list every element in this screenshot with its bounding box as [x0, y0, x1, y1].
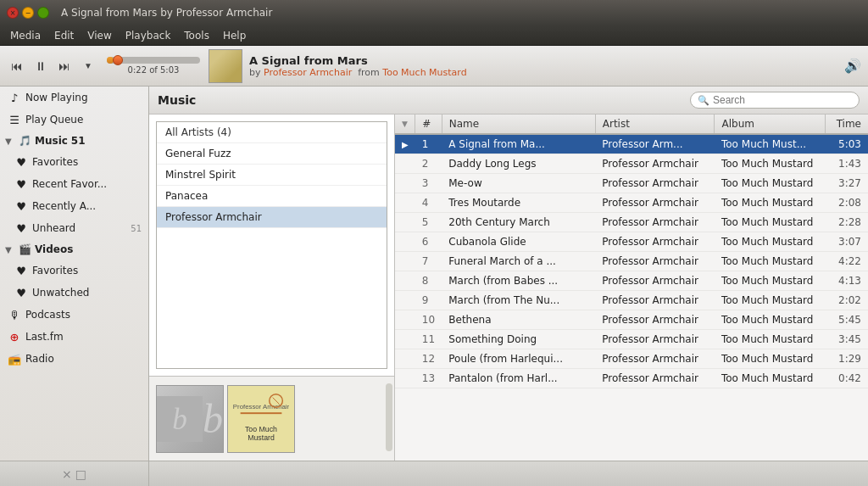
track-name: 20th Century March [442, 213, 595, 232]
svg-text:Mustard: Mustard [248, 433, 275, 442]
track-artist: Professor Armchair [595, 213, 715, 232]
svg-text:b: b [172, 403, 187, 436]
table-row[interactable]: 5 20th Century March Professor Armchair … [395, 213, 868, 232]
search-input[interactable] [713, 94, 852, 106]
table-row[interactable]: ▶ 1 A Signal from Ma... Professor Arm...… [395, 134, 868, 154]
window-title: A Signal from Mars by Professor Armchair [61, 7, 272, 19]
radio-label: Radio [25, 353, 142, 365]
track-time: 3:27 [826, 174, 868, 193]
sidebar-item-unwatched[interactable]: ♥ Unwatched [7, 282, 148, 304]
album-scrollbar[interactable] [386, 383, 392, 451]
skip-forward-button[interactable]: ⏭ [54, 56, 75, 76]
col-header-album[interactable]: Album [715, 115, 826, 134]
minimize-button[interactable]: − [22, 7, 34, 19]
track-name: March (from The Nu... [442, 291, 595, 310]
track-number: 1 [415, 134, 442, 154]
sidebar-item-play-queue[interactable]: ☰ Play Queue [0, 109, 148, 131]
now-playing-icon: ♪ [7, 90, 22, 105]
col-header-name[interactable]: Name [442, 115, 595, 134]
sidebar-item-radio[interactable]: 📻 Radio [0, 348, 148, 370]
track-artist: Professor Armchair [595, 232, 715, 252]
volume-icon[interactable]: 🔊 [844, 58, 861, 74]
artist-list: All Artists (4) General Fuzz Minstrel Sp… [156, 121, 387, 369]
table-row[interactable]: 10 Bethena Professor Armchair Too Much M… [395, 310, 868, 330]
lastfm-label: Last.fm [25, 331, 142, 343]
progress-bar[interactable] [107, 57, 200, 64]
menu-media[interactable]: Media [3, 28, 47, 43]
recent-favorites-icon: ♥ [14, 176, 29, 192]
sidebar-item-recently-added[interactable]: ♥ Recently A... [7, 195, 148, 217]
close-bottom-icon[interactable]: × [62, 467, 72, 481]
table-row[interactable]: 13 Pantalon (from Harl... Professor Armc… [395, 369, 868, 388]
sidebar-item-lastfm[interactable]: ⊕ Last.fm [0, 326, 148, 348]
table-row[interactable]: 8 March (from Babes ... Professor Armcha… [395, 271, 868, 291]
track-time: 1:29 [826, 349, 868, 369]
sidebar-item-recent-favorites[interactable]: ♥ Recent Favor... [7, 173, 148, 195]
table-row[interactable]: 12 Poule (from Harlequi... Professor Arm… [395, 349, 868, 369]
svg-point-2 [220, 57, 230, 66]
dropdown-button[interactable]: ▼ [78, 56, 98, 76]
track-name: Something Doing [442, 330, 595, 349]
menu-playback[interactable]: Playback [119, 28, 178, 43]
svg-rect-1 [209, 50, 242, 82]
artist-panacea[interactable]: Panacea [157, 186, 387, 207]
sidebar-item-favorites[interactable]: ♥ Favorites [7, 151, 148, 173]
table-row[interactable]: 7 Funeral March of a ... Professor Armch… [395, 252, 868, 271]
skip-back-button[interactable]: ⏮ [7, 56, 27, 76]
sidebar-item-video-favorites[interactable]: ♥ Favorites [7, 260, 148, 282]
track-number: 4 [415, 193, 442, 213]
videos-label: Videos [35, 243, 73, 255]
album-thumb-1[interactable]: b [156, 385, 224, 453]
right-pane: ▼ # Name Artist Album Time [395, 115, 868, 461]
menu-help[interactable]: Help [216, 28, 253, 43]
maximize-button[interactable] [37, 7, 49, 19]
table-row[interactable]: 11 Something Doing Professor Armchair To… [395, 330, 868, 349]
pause-button[interactable]: ⏸ [31, 56, 51, 76]
podcasts-label: Podcasts [25, 309, 142, 321]
table-row[interactable]: 9 March (from The Nu... Professor Armcha… [395, 291, 868, 310]
favorites-label: Favorites [32, 156, 142, 168]
track-details: A Signal from Mars by Professor Armchair… [249, 54, 467, 78]
track-album: Too Much Mustard [715, 252, 826, 271]
col-header-time[interactable]: Time [826, 115, 868, 134]
sidebar-item-podcasts[interactable]: 🎙 Podcasts [0, 304, 148, 326]
track-album: Too Much Must... [715, 134, 826, 154]
sidebar-item-unheard[interactable]: ♥ Unheard 51 [7, 217, 148, 239]
track-sub: by Professor Armchair from Too Much Must… [249, 67, 467, 78]
sort-indicator[interactable]: ▼ [402, 120, 408, 128]
track-artist: Professor Armchair [595, 330, 715, 349]
album-thumb-2[interactable]: Professor Armchair Too Much Mustard [227, 385, 295, 453]
artist-minstrel-spirit[interactable]: Minstrel Spirit [157, 165, 387, 186]
search-box[interactable]: 🔍 [690, 92, 860, 109]
track-time: 0:42 [826, 369, 868, 388]
play-indicator [395, 271, 415, 291]
track-name: Me-ow [442, 174, 595, 193]
table-row[interactable]: 4 Tres Moutarde Professor Armchair Too M… [395, 193, 868, 213]
artist-professor-armchair[interactable]: Professor Armchair [157, 207, 387, 228]
progress-handle[interactable] [113, 55, 123, 65]
resize-bottom-icon[interactable]: □ [75, 467, 86, 481]
track-album: Too Much Mustard [715, 310, 826, 330]
menu-view[interactable]: View [81, 28, 118, 43]
content-area: Music 🔍 All Artists (4) General Fuzz Min… [149, 87, 868, 461]
sidebar-item-now-playing[interactable]: ♪ Now Playing [0, 87, 148, 109]
videos-section-header[interactable]: ▼ 🎬 Videos [0, 239, 148, 260]
col-header-num[interactable]: # [415, 115, 442, 134]
sort-arrow-icon: ▼ [402, 120, 408, 128]
play-indicator [395, 349, 415, 369]
track-number: 9 [415, 291, 442, 310]
artist-all[interactable]: All Artists (4) [157, 122, 387, 143]
content-title: Music [158, 93, 690, 107]
menu-edit[interactable]: Edit [47, 28, 81, 43]
artist-general-fuzz[interactable]: General Fuzz [157, 143, 387, 165]
table-row[interactable]: 3 Me-ow Professor Armchair Too Much Must… [395, 174, 868, 193]
left-pane: All Artists (4) General Fuzz Minstrel Sp… [149, 115, 395, 461]
table-row[interactable]: 2 Daddy Long Legs Professor Armchair Too… [395, 154, 868, 174]
menubar: Media Edit View Playback Tools Help [0, 25, 868, 46]
close-button[interactable]: × [7, 7, 19, 19]
col-header-artist[interactable]: Artist [595, 115, 715, 134]
table-row[interactable]: 6 Cubanola Glide Professor Armchair Too … [395, 232, 868, 252]
menu-tools[interactable]: Tools [177, 28, 216, 43]
music-section-header[interactable]: ▼ 🎵 Music 51 [0, 131, 148, 151]
play-indicator [395, 193, 415, 213]
